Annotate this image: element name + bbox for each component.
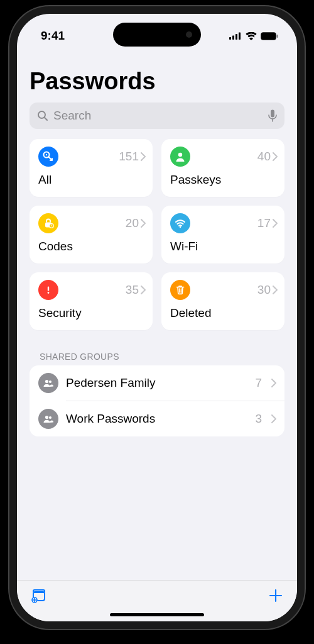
list-item[interactable]: Pedersen Family 7 [30,365,284,401]
svg-point-18 [48,292,50,294]
mic-icon[interactable] [268,109,277,122]
card-label: Security [38,306,146,320]
wifi-icon [170,213,190,233]
svg-rect-3 [239,33,241,40]
search-placeholder: Search [53,109,263,123]
card-count: 30 [257,283,271,297]
search-icon [37,110,48,121]
content: Passwords Search 151 All [17,48,297,580]
list-item-count: 3 [255,412,262,426]
chevron-right-icon [271,378,277,388]
chevron-right-icon [140,218,146,228]
card-count: 151 [119,150,139,164]
list-item-count: 7 [255,376,262,390]
card-label: Passkeys [170,173,278,187]
svg-rect-9 [271,110,274,118]
card-label: All [38,173,146,187]
card-label: Wi-Fi [170,240,278,253]
battery-icon [261,32,278,40]
card-label: Deleted [170,306,278,320]
chevron-right-icon [140,152,146,162]
svg-point-16 [180,226,181,228]
card-passkeys[interactable]: 40 Passkeys [161,139,284,197]
add-button[interactable] [268,588,283,606]
svg-point-23 [45,416,48,419]
svg-rect-5 [262,33,275,39]
alert-icon [38,280,58,300]
card-all[interactable]: 151 All [30,139,153,197]
card-codes[interactable]: 20 Codes [30,206,153,264]
card-deleted[interactable]: 30 Deleted [161,272,284,330]
svg-rect-0 [229,37,231,40]
phone-frame: 9:41 Passwords Search 151 [9,6,305,629]
card-security[interactable]: 35 Security [30,272,153,330]
svg-point-24 [49,416,51,419]
svg-rect-6 [277,35,278,38]
cellular-icon [229,32,242,40]
chevron-right-icon [272,152,278,162]
svg-point-12 [46,154,47,155]
svg-point-22 [49,380,51,383]
card-count: 20 [126,216,139,230]
chevron-right-icon [272,218,278,228]
wallet-add-button[interactable] [31,588,47,606]
card-label: Codes [38,240,146,253]
dynamic-island [113,23,201,47]
chevron-right-icon [272,285,278,295]
clock: 9:41 [41,29,65,43]
list-item-label: Pedersen Family [66,376,247,390]
group-icon [38,373,58,393]
card-count: 17 [257,216,271,230]
list-item[interactable]: Work Passwords 3 [66,401,284,436]
svg-rect-1 [232,36,234,40]
search-input[interactable]: Search [30,103,284,129]
home-indicator[interactable] [110,613,204,616]
category-grid: 151 All 40 Passkeys [30,139,284,330]
trash-icon [170,280,190,300]
section-header-shared: SHARED GROUPS [30,352,284,365]
card-count: 35 [126,283,139,297]
person-icon [170,147,190,167]
svg-line-8 [45,118,47,120]
card-count: 40 [257,150,271,164]
chevron-right-icon [271,414,277,424]
page-title: Passwords [30,68,284,95]
svg-point-21 [45,380,48,383]
chevron-right-icon [140,285,146,295]
key-icon [38,147,58,167]
svg-rect-17 [48,287,49,291]
list-item-label: Work Passwords [66,412,247,426]
svg-point-13 [178,153,182,157]
group-icon [38,409,58,429]
shared-groups-list: Pedersen Family 7 Work Passwords 3 [30,365,284,436]
wifi-status-icon [246,32,257,40]
card-wifi[interactable]: 17 Wi-Fi [161,206,284,264]
lock-timer-icon [38,213,58,233]
svg-rect-2 [236,34,237,40]
status-icons [229,32,278,40]
